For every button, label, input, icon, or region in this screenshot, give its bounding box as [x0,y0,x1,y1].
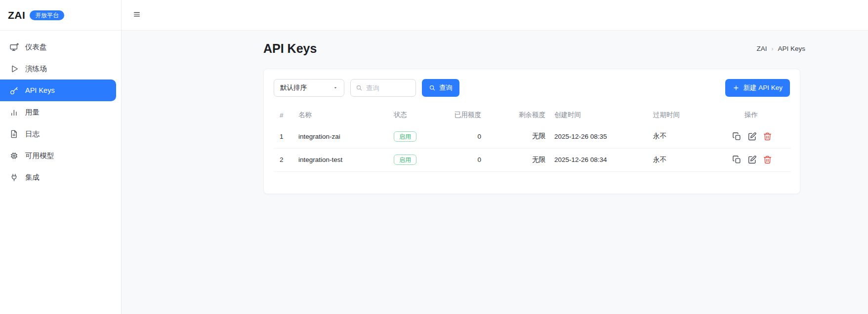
sidebar-item-usage[interactable]: 用量 [0,101,116,123]
key-name: integration-zai [292,125,392,148]
column-header: 名称 [292,105,392,125]
column-header: 剩余额度 [484,105,548,125]
page-title: API Keys [263,41,317,56]
row-actions [728,155,791,164]
api-keys-card: 默认排序 查询 新建 API Key #名称状态已用额度剩余额度创建时间过期时 [263,69,800,194]
chevron-down-icon [333,85,338,90]
brand: ZAI 开放平台 [0,0,121,31]
remaining-quota: 无限 [484,125,548,148]
used-quota: 0 [449,148,484,171]
breadcrumb: ZAI›API Keys [756,45,805,52]
sidebar-item-label: 仪表盘 [25,42,47,52]
brand-badge: 开放平台 [30,10,64,20]
trash-icon [763,132,772,141]
column-header: # [274,105,292,125]
plus-icon [733,84,740,91]
column-header: 已用额度 [449,105,484,125]
status-badge: 启用 [394,131,416,142]
copy-button[interactable] [732,155,742,164]
search-input[interactable] [366,84,411,92]
column-header: 过期时间 [652,105,728,125]
row-index: 2 [274,148,292,171]
play-icon [9,64,19,74]
sidebar-item-label: 集成 [25,173,40,182]
edit-button[interactable] [747,155,757,164]
row-index: 1 [274,125,292,148]
status-badge: 启用 [394,155,416,165]
column-header: 操作 [728,105,791,125]
toolbar: 默认排序 查询 新建 API Key [274,79,790,97]
breadcrumb-item[interactable]: ZAI [756,45,767,52]
search-box [350,79,416,97]
table-header-row: #名称状态已用额度剩余额度创建时间过期时间操作 [274,105,791,125]
key-name: integration-test [292,148,392,171]
delete-button[interactable] [763,132,772,141]
column-header: 状态 [392,105,449,125]
breadcrumb-item: API Keys [778,45,805,52]
main-content: API Keys ZAI›API Keys 默认排序 查询 [122,31,868,314]
hamburger-icon [133,10,141,20]
brand-logo: ZAI [8,9,25,21]
breadcrumb-separator-icon: › [771,45,773,52]
search-button[interactable]: 查询 [422,79,459,97]
created-time: 2025-12-26 08:34 [548,148,652,171]
sidebar-item-dashboard[interactable]: 仪表盘 [0,36,116,58]
sidebar-item-playground[interactable]: 演练场 [0,58,116,79]
edit-icon [747,132,757,141]
sidebar-item-label: API Keys [25,86,55,94]
created-time: 2025-12-26 08:35 [548,125,652,148]
used-quota: 0 [449,125,484,148]
expire-time: 永不 [652,148,728,171]
expire-time: 永不 [652,125,728,148]
menu-toggle-button[interactable] [131,9,143,21]
topbar [122,0,868,31]
delete-button[interactable] [763,155,772,164]
sort-select-value: 默认排序 [280,83,307,92]
api-keys-table: #名称状态已用额度剩余额度创建时间过期时间操作 1 integration-za… [274,105,791,172]
sidebar-item-models[interactable]: 可用模型 [0,145,116,166]
key-icon [9,86,19,95]
sidebar: ZAI 开放平台 仪表盘 演练场 API Keys 用量 日志 可用模型 集成 [0,0,122,314]
sidebar-item-label: 可用模型 [25,151,54,160]
sort-select[interactable]: 默认排序 [274,79,344,97]
sidebar-item-api-keys[interactable]: API Keys [0,79,116,101]
sidebar-item-integration[interactable]: 集成 [0,166,116,188]
sidebar-item-logs[interactable]: 日志 [0,123,116,145]
plug-icon [9,173,19,182]
column-header: 创建时间 [548,105,652,125]
document-icon [9,129,19,139]
sidebar-nav: 仪表盘 演练场 API Keys 用量 日志 可用模型 集成 [0,31,121,188]
copy-button[interactable] [732,132,742,141]
create-api-key-button[interactable]: 新建 API Key [725,79,790,97]
copy-icon [732,132,742,141]
table-row: 1 integration-zai 启用 0 无限 2025-12-26 08:… [274,125,791,148]
edit-button[interactable] [747,132,757,141]
search-icon [356,84,363,91]
table-row: 2 integration-test 启用 0 无限 2025-12-26 08… [274,148,791,171]
remaining-quota: 无限 [484,148,548,171]
trash-icon [763,155,772,164]
row-actions [728,132,791,141]
edit-icon [747,155,757,164]
sidebar-item-label: 用量 [25,108,40,117]
chip-icon [9,151,19,160]
sidebar-item-label: 演练场 [25,64,47,74]
search-icon [429,84,436,91]
dashboard-icon [9,42,19,52]
copy-icon [732,155,742,164]
sidebar-item-label: 日志 [25,129,40,139]
bar-chart-icon [9,108,19,117]
